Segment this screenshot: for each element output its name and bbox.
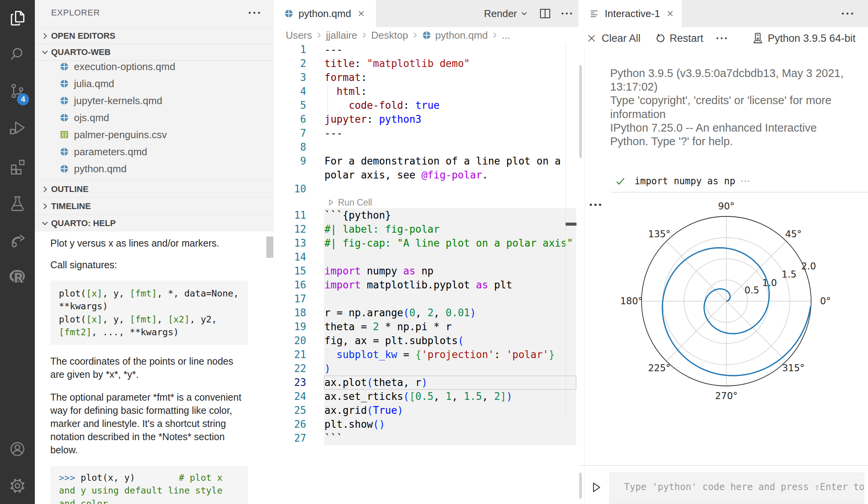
cell-collapse-ribbon[interactable] bbox=[579, 65, 582, 158]
activity-bar-item-run-and-debug[interactable] bbox=[0, 110, 35, 146]
breadcrumb-separator-icon bbox=[412, 31, 418, 39]
section-label: TIMELINE bbox=[51, 201, 91, 211]
activity-bar-item-extensions[interactable] bbox=[0, 148, 35, 185]
interactive-window-icon bbox=[590, 9, 600, 19]
breadcrumb-separator-icon bbox=[492, 31, 498, 39]
code-line: ax.set_rticks([0.5, 1, 1.5, 2]) bbox=[324, 389, 512, 403]
r-tick-label: 1.0 bbox=[762, 278, 777, 288]
split-editor-icon[interactable] bbox=[539, 7, 552, 20]
line-number: 26 bbox=[274, 417, 306, 431]
line-number: 7 bbox=[274, 126, 306, 140]
activity-bar-item-source-control[interactable] bbox=[0, 73, 35, 109]
render-button[interactable]: Render bbox=[484, 8, 517, 20]
code-line: theta = 2 * np.pi * r bbox=[324, 320, 452, 334]
activity-bar-item-quarto[interactable] bbox=[0, 222, 35, 258]
output-line: Python 3.9.5 (v3.9.5:0a7dcbdb13, May 3 2… bbox=[610, 67, 868, 80]
breadcrumb-item[interactable]: python.qmd bbox=[435, 29, 488, 41]
file-item-ojs-qmd[interactable]: ojs.qmd bbox=[35, 109, 274, 126]
help-paragraph: Call signatures: bbox=[50, 258, 117, 271]
breadcrumb-item[interactable]: Users bbox=[286, 29, 312, 41]
activity-bar-item-accounts[interactable] bbox=[0, 431, 35, 467]
breadcrumb-separator-icon bbox=[361, 31, 367, 39]
output-line: Python. Type '?' for help. bbox=[610, 135, 868, 148]
line-number: 11 bbox=[274, 208, 306, 222]
activity-bar-item-explorer[interactable] bbox=[0, 0, 35, 36]
file-item-jupyter-kernels-qmd[interactable]: jupyter-kernels.qmd bbox=[35, 92, 274, 109]
section-header-quarto-web[interactable]: QUARTO-WEB bbox=[35, 44, 274, 60]
sidebar-title: EXPLORER bbox=[51, 8, 100, 18]
theta-tick-label: 180° bbox=[620, 296, 643, 307]
clear-all-button[interactable]: Clear All bbox=[587, 33, 641, 45]
breadcrumb-item[interactable]: ... bbox=[502, 29, 510, 41]
close-icon bbox=[587, 33, 597, 43]
line-number: 23 bbox=[274, 375, 306, 389]
polar-plot-output: 0°45°90°135°180°225°270°315°0.51.01.52.0 bbox=[578, 197, 868, 414]
activity-bar-item-testing[interactable] bbox=[0, 185, 35, 221]
activity-bar-item-search[interactable] bbox=[0, 36, 35, 72]
restart-button[interactable]: Restart bbox=[654, 33, 703, 45]
extensions-icon bbox=[9, 158, 26, 175]
quarto-file-icon bbox=[284, 9, 293, 18]
line-number: 19 bbox=[274, 320, 306, 334]
tab-python-qmd[interactable]: python.qmd bbox=[274, 0, 376, 27]
tab-interactive-1[interactable]: Interactive-1 bbox=[578, 0, 682, 27]
kernel-selector[interactable]: Python 3.9.5 64-bit bbox=[752, 32, 856, 45]
collapsed-ellipsis-icon[interactable] bbox=[741, 179, 750, 183]
code-line: ) bbox=[324, 362, 331, 375]
file-name: execution-options.qmd bbox=[74, 61, 175, 73]
toolbar-more-actions-icon[interactable] bbox=[715, 33, 729, 44]
quarto-file-icon bbox=[422, 31, 431, 40]
quarto-file-icon bbox=[60, 96, 69, 105]
file-item-python-qmd[interactable]: python.qmd bbox=[35, 160, 274, 177]
code-input-field[interactable]: Type 'python' code here and press ⇧Enter… bbox=[609, 473, 864, 504]
section-header-timeline[interactable]: TIMELINE bbox=[35, 197, 274, 214]
panel-more-actions-icon[interactable] bbox=[840, 8, 856, 19]
python-banner-output: Python 3.9.5 (v3.9.5:0a7dcbdb13, May 3 2… bbox=[610, 67, 868, 148]
code-line: r = np.arange(0, 2, 0.01) bbox=[324, 306, 476, 320]
file-name: ojs.qmd bbox=[74, 112, 109, 124]
code-line: polar axis, see @fig-polar. bbox=[324, 168, 488, 182]
theta-tick-label: 90° bbox=[718, 201, 735, 212]
settings-gear-icon bbox=[9, 477, 26, 495]
tab-close-icon[interactable] bbox=[666, 9, 675, 18]
breadcrumb-item[interactable]: Desktop bbox=[371, 29, 408, 41]
file-name: palmer-penguins.csv bbox=[74, 129, 167, 141]
theta-tick-label: 225° bbox=[648, 363, 671, 374]
quarto-file-icon bbox=[60, 147, 69, 156]
overview-ruler-mark bbox=[566, 223, 576, 226]
line-number bbox=[274, 168, 306, 182]
editor-scrollbar[interactable] bbox=[565, 43, 566, 416]
run-input-icon[interactable] bbox=[592, 482, 601, 493]
code-line: For a demonstration of a line plot on a bbox=[324, 154, 561, 168]
activity-bar-item-r[interactable]: R bbox=[0, 259, 35, 295]
line-number: 14 bbox=[274, 250, 306, 264]
theta-tick-label: 315° bbox=[782, 363, 805, 374]
file-item-julia-qmd[interactable]: julia.qmd bbox=[35, 75, 274, 92]
explorer-more-actions-icon[interactable] bbox=[247, 7, 262, 19]
help-paragraph: Plot y versus x as lines and/or markers. bbox=[50, 237, 219, 250]
section-header-outline[interactable]: OUTLINE bbox=[35, 180, 274, 197]
breadcrumb-item[interactable]: jjallaire bbox=[326, 29, 357, 41]
line-number: 4 bbox=[274, 84, 306, 98]
success-check-icon bbox=[615, 176, 626, 187]
section-header-open-editors[interactable]: OPEN EDITORS bbox=[35, 27, 274, 44]
input-cell-ribbon[interactable] bbox=[579, 473, 582, 499]
line-number: 27 bbox=[274, 431, 306, 445]
r-icon: R bbox=[9, 268, 26, 286]
activity-bar-item-manage[interactable] bbox=[0, 468, 35, 504]
editor-more-actions-icon[interactable] bbox=[560, 8, 574, 19]
help-scrollbar[interactable] bbox=[266, 237, 273, 258]
file-item-palmer-penguins-csv[interactable]: palmer-penguins.csv bbox=[35, 126, 274, 143]
tab-close-icon[interactable] bbox=[357, 9, 366, 18]
line-number: 12 bbox=[274, 222, 306, 236]
run-cell-codelens[interactable]: Run Cell bbox=[327, 196, 372, 209]
section-header-quarto-help[interactable]: QUARTO: HELP bbox=[35, 214, 274, 231]
output-line: information bbox=[610, 108, 868, 121]
file-item-parameters-qmd[interactable]: parameters.qmd bbox=[35, 143, 274, 160]
line-number: 20 bbox=[274, 334, 306, 348]
account-icon bbox=[9, 440, 26, 458]
line-number: 1 bbox=[274, 43, 306, 57]
tab-label: Interactive-1 bbox=[605, 8, 660, 20]
quarto-file-icon bbox=[60, 164, 69, 173]
chevron-down-icon[interactable] bbox=[520, 9, 528, 18]
